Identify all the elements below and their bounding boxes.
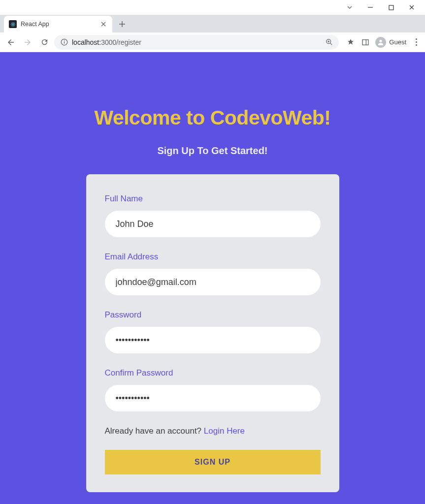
reload-button[interactable]	[37, 35, 51, 49]
page-headline: Welcome to CodevoWeb!	[94, 106, 330, 129]
signup-button[interactable]: SIGN UP	[105, 450, 321, 474]
browser-tab[interactable]: React App	[4, 16, 112, 32]
forward-button[interactable]	[21, 35, 34, 49]
svg-point-2	[12, 24, 13, 25]
maximize-button[interactable]	[388, 4, 394, 11]
panel-icon[interactable]	[360, 37, 370, 47]
svg-rect-13	[362, 39, 368, 45]
close-button[interactable]	[408, 4, 415, 11]
login-prompt-text: Already have an account?	[105, 426, 204, 436]
email-label: Email Address	[105, 252, 321, 262]
page-subhead: Sign Up To Get Started!	[157, 145, 267, 157]
minimize-button[interactable]	[367, 4, 374, 11]
tab-title: React App	[21, 21, 96, 28]
svg-point-15	[380, 39, 382, 42]
window-controls	[0, 0, 425, 15]
email-input[interactable]	[105, 269, 321, 295]
browser-toolbar: localhost:3000/register Guest	[0, 32, 425, 52]
confirm-password-input[interactable]	[105, 385, 321, 411]
fullname-input[interactable]	[105, 211, 321, 237]
svg-rect-1	[389, 5, 393, 10]
back-button[interactable]	[4, 35, 18, 49]
fullname-label: Full Name	[105, 194, 321, 204]
tab-strip: React App	[0, 15, 425, 32]
extensions-icon[interactable]	[346, 37, 356, 47]
new-tab-button[interactable]	[115, 17, 129, 31]
address-bar[interactable]: localhost:3000/register	[54, 35, 339, 50]
confirm-password-label: Confirm Password	[105, 368, 321, 378]
profile-label: Guest	[389, 38, 406, 46]
svg-line-10	[330, 43, 332, 45]
login-link[interactable]: Login Here	[204, 426, 245, 436]
info-icon[interactable]	[60, 38, 68, 46]
svg-point-8	[64, 40, 65, 41]
page-content: Welcome to CodevoWeb! Sign Up To Get Sta…	[0, 52, 425, 504]
tab-close-icon[interactable]	[99, 20, 107, 28]
signup-card: Full Name Email Address Password Confirm…	[86, 174, 339, 492]
login-prompt-row: Already have an account? Login Here	[105, 426, 321, 436]
password-label: Password	[105, 310, 321, 320]
react-favicon-icon	[9, 20, 17, 28]
avatar-icon	[375, 37, 386, 48]
chevron-down-icon[interactable]	[346, 4, 353, 11]
menu-button[interactable]	[411, 38, 421, 46]
url-text: localhost:3000/register	[72, 38, 141, 46]
profile-button[interactable]: Guest	[375, 37, 406, 48]
zoom-icon[interactable]	[325, 38, 333, 46]
password-input[interactable]	[105, 327, 321, 353]
